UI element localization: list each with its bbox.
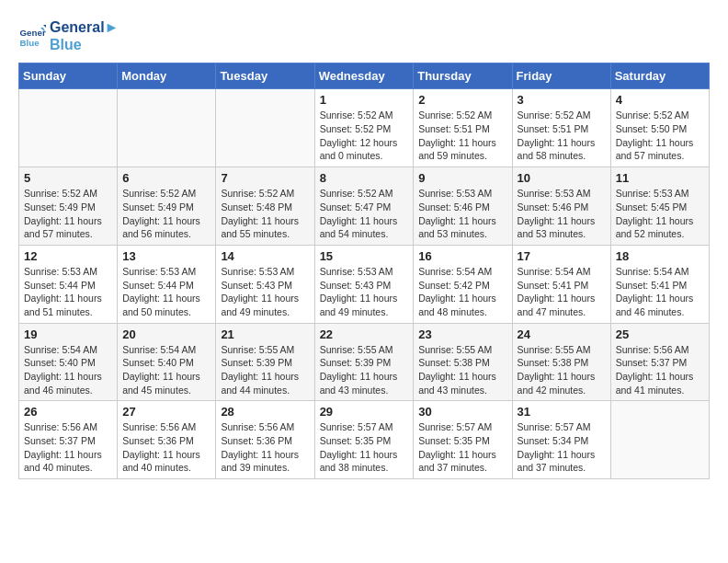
day-number: 14 xyxy=(221,249,309,263)
calendar-cell: 8Sunrise: 5:52 AMSunset: 5:47 PMDaylight… xyxy=(314,167,414,246)
calendar-cell: 2Sunrise: 5:52 AMSunset: 5:51 PMDaylight… xyxy=(414,89,512,167)
calendar-cell: 30Sunrise: 5:57 AMSunset: 5:35 PMDayligh… xyxy=(414,401,512,479)
weekday-header-wednesday: Wednesday xyxy=(314,63,414,89)
day-info: Sunrise: 5:52 AMSunset: 5:49 PMDaylight:… xyxy=(24,187,112,241)
calendar-cell: 9Sunrise: 5:53 AMSunset: 5:46 PMDaylight… xyxy=(414,167,512,246)
calendar-table: SundayMondayTuesdayWednesdayThursdayFrid… xyxy=(18,63,710,479)
day-info: Sunrise: 5:55 AMSunset: 5:38 PMDaylight:… xyxy=(518,343,606,397)
day-number: 17 xyxy=(518,249,606,263)
weekday-header-tuesday: Tuesday xyxy=(216,63,314,89)
calendar-cell: 31Sunrise: 5:57 AMSunset: 5:34 PMDayligh… xyxy=(512,401,610,479)
day-info: Sunrise: 5:55 AMSunset: 5:38 PMDaylight:… xyxy=(418,343,506,397)
day-info: Sunrise: 5:53 AMSunset: 5:46 PMDaylight:… xyxy=(418,187,506,241)
calendar-cell: 20Sunrise: 5:54 AMSunset: 5:40 PMDayligh… xyxy=(118,323,216,401)
calendar-header-row: SundayMondayTuesdayWednesdayThursdayFrid… xyxy=(19,63,710,89)
day-info: Sunrise: 5:52 AMSunset: 5:50 PMDaylight:… xyxy=(616,109,704,163)
day-info: Sunrise: 5:54 AMSunset: 5:41 PMDaylight:… xyxy=(616,265,704,319)
day-info: Sunrise: 5:53 AMSunset: 5:43 PMDaylight:… xyxy=(221,265,309,319)
day-info: Sunrise: 5:56 AMSunset: 5:36 PMDaylight:… xyxy=(122,420,210,475)
calendar-cell: 12Sunrise: 5:53 AMSunset: 5:44 PMDayligh… xyxy=(19,245,118,323)
day-info: Sunrise: 5:52 AMSunset: 5:51 PMDaylight:… xyxy=(518,109,606,163)
day-info: Sunrise: 5:56 AMSunset: 5:37 PMDaylight:… xyxy=(616,343,704,397)
calendar-cell: 3Sunrise: 5:52 AMSunset: 5:51 PMDaylight… xyxy=(512,89,610,167)
day-number: 23 xyxy=(418,327,506,341)
calendar-week-4: 19Sunrise: 5:54 AMSunset: 5:40 PMDayligh… xyxy=(19,323,710,401)
day-number: 21 xyxy=(221,327,309,341)
day-info: Sunrise: 5:57 AMSunset: 5:35 PMDaylight:… xyxy=(418,420,506,475)
day-number: 1 xyxy=(320,93,409,107)
day-number: 10 xyxy=(518,171,606,185)
day-info: Sunrise: 5:52 AMSunset: 5:51 PMDaylight:… xyxy=(418,109,506,163)
day-number: 2 xyxy=(418,93,506,107)
calendar-cell: 11Sunrise: 5:53 AMSunset: 5:45 PMDayligh… xyxy=(610,167,709,246)
day-number: 28 xyxy=(221,405,309,419)
day-info: Sunrise: 5:53 AMSunset: 5:43 PMDaylight:… xyxy=(320,265,409,319)
calendar-cell: 14Sunrise: 5:53 AMSunset: 5:43 PMDayligh… xyxy=(216,245,314,323)
day-info: Sunrise: 5:56 AMSunset: 5:36 PMDaylight:… xyxy=(221,420,309,475)
day-info: Sunrise: 5:53 AMSunset: 5:46 PMDaylight:… xyxy=(518,187,606,241)
day-info: Sunrise: 5:54 AMSunset: 5:40 PMDaylight:… xyxy=(122,343,210,397)
calendar-cell: 29Sunrise: 5:57 AMSunset: 5:35 PMDayligh… xyxy=(314,401,414,479)
day-info: Sunrise: 5:52 AMSunset: 5:48 PMDaylight:… xyxy=(221,187,309,241)
calendar-cell: 17Sunrise: 5:54 AMSunset: 5:41 PMDayligh… xyxy=(512,245,610,323)
day-number: 18 xyxy=(616,249,704,263)
day-info: Sunrise: 5:53 AMSunset: 5:45 PMDaylight:… xyxy=(616,187,704,241)
day-number: 19 xyxy=(24,327,112,341)
calendar-cell: 4Sunrise: 5:52 AMSunset: 5:50 PMDaylight… xyxy=(610,89,709,167)
calendar-week-3: 12Sunrise: 5:53 AMSunset: 5:44 PMDayligh… xyxy=(19,245,710,323)
day-number: 27 xyxy=(122,405,210,419)
calendar-cell xyxy=(19,89,118,167)
weekday-header-friday: Friday xyxy=(512,63,610,89)
calendar-cell: 7Sunrise: 5:52 AMSunset: 5:48 PMDaylight… xyxy=(216,167,314,246)
day-info: Sunrise: 5:54 AMSunset: 5:42 PMDaylight:… xyxy=(418,265,506,319)
day-number: 7 xyxy=(221,171,309,185)
calendar-cell: 10Sunrise: 5:53 AMSunset: 5:46 PMDayligh… xyxy=(512,167,610,246)
day-number: 24 xyxy=(518,327,606,341)
calendar-week-2: 5Sunrise: 5:52 AMSunset: 5:49 PMDaylight… xyxy=(19,167,710,246)
day-number: 25 xyxy=(616,327,704,341)
day-number: 31 xyxy=(518,405,606,419)
logo-line1: General► xyxy=(50,18,119,36)
day-number: 15 xyxy=(320,249,409,263)
weekday-header-thursday: Thursday xyxy=(414,63,512,89)
calendar-cell: 22Sunrise: 5:55 AMSunset: 5:39 PMDayligh… xyxy=(314,323,414,401)
calendar-cell: 25Sunrise: 5:56 AMSunset: 5:37 PMDayligh… xyxy=(610,323,709,401)
day-number: 13 xyxy=(122,249,210,263)
calendar-cell: 1Sunrise: 5:52 AMSunset: 5:52 PMDaylight… xyxy=(314,89,414,167)
day-number: 8 xyxy=(320,171,409,185)
calendar-cell: 24Sunrise: 5:55 AMSunset: 5:38 PMDayligh… xyxy=(512,323,610,401)
day-number: 11 xyxy=(616,171,704,185)
day-info: Sunrise: 5:54 AMSunset: 5:40 PMDaylight:… xyxy=(24,343,112,397)
calendar-week-1: 1Sunrise: 5:52 AMSunset: 5:52 PMDaylight… xyxy=(19,89,710,167)
logo: General Blue General► Blue xyxy=(18,18,119,53)
day-number: 9 xyxy=(418,171,506,185)
calendar-cell: 18Sunrise: 5:54 AMSunset: 5:41 PMDayligh… xyxy=(610,245,709,323)
day-info: Sunrise: 5:53 AMSunset: 5:44 PMDaylight:… xyxy=(122,265,210,319)
day-number: 6 xyxy=(122,171,210,185)
day-number: 30 xyxy=(418,405,506,419)
logo-line2: Blue xyxy=(50,36,119,53)
day-info: Sunrise: 5:52 AMSunset: 5:52 PMDaylight:… xyxy=(320,109,409,163)
day-info: Sunrise: 5:53 AMSunset: 5:44 PMDaylight:… xyxy=(24,265,112,319)
calendar-cell: 16Sunrise: 5:54 AMSunset: 5:42 PMDayligh… xyxy=(414,245,512,323)
calendar-cell: 28Sunrise: 5:56 AMSunset: 5:36 PMDayligh… xyxy=(216,401,314,479)
day-info: Sunrise: 5:52 AMSunset: 5:49 PMDaylight:… xyxy=(122,187,210,241)
day-info: Sunrise: 5:57 AMSunset: 5:34 PMDaylight:… xyxy=(518,420,606,475)
day-number: 29 xyxy=(320,405,409,419)
calendar-cell: 15Sunrise: 5:53 AMSunset: 5:43 PMDayligh… xyxy=(314,245,414,323)
calendar-cell: 23Sunrise: 5:55 AMSunset: 5:38 PMDayligh… xyxy=(414,323,512,401)
calendar-cell: 5Sunrise: 5:52 AMSunset: 5:49 PMDaylight… xyxy=(19,167,118,246)
weekday-header-monday: Monday xyxy=(118,63,216,89)
day-info: Sunrise: 5:54 AMSunset: 5:41 PMDaylight:… xyxy=(518,265,606,319)
day-number: 20 xyxy=(122,327,210,341)
day-number: 12 xyxy=(24,249,112,263)
day-info: Sunrise: 5:52 AMSunset: 5:47 PMDaylight:… xyxy=(320,187,409,241)
day-number: 3 xyxy=(518,93,606,107)
calendar-cell xyxy=(216,89,314,167)
calendar-cell: 13Sunrise: 5:53 AMSunset: 5:44 PMDayligh… xyxy=(118,245,216,323)
calendar-cell xyxy=(610,401,709,479)
day-number: 26 xyxy=(24,405,112,419)
calendar-cell: 6Sunrise: 5:52 AMSunset: 5:49 PMDaylight… xyxy=(118,167,216,246)
calendar-cell: 27Sunrise: 5:56 AMSunset: 5:36 PMDayligh… xyxy=(118,401,216,479)
day-info: Sunrise: 5:55 AMSunset: 5:39 PMDaylight:… xyxy=(320,343,409,397)
